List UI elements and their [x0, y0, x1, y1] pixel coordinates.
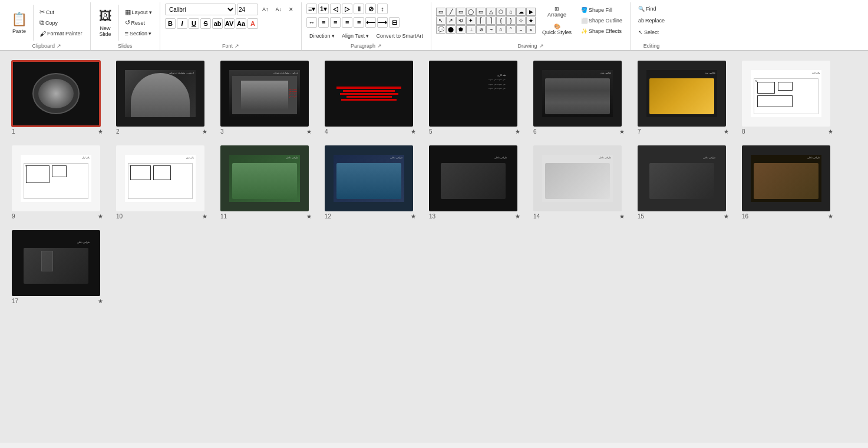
- shape-btn[interactable]: ☁: [516, 8, 526, 16]
- increase-indent-button[interactable]: ▷: [342, 4, 352, 14]
- shape-btn[interactable]: {: [496, 16, 506, 25]
- slide-item[interactable]: پلان دومN↑10★: [116, 145, 207, 220]
- convert-smartart-btn[interactable]: Convert to SmartArt: [373, 31, 426, 41]
- shape-btn[interactable]: ▭: [476, 8, 486, 16]
- slide-item[interactable]: 1★: [12, 61, 103, 135]
- slide-item[interactable]: طراحی داخلی13★: [429, 145, 520, 220]
- text-direction-btn[interactable]: ↔: [306, 17, 317, 28]
- slide-item[interactable]: طراحی داخلی14★: [533, 145, 625, 220]
- shape-btn[interactable]: ⌂: [496, 25, 506, 34]
- shape-btn[interactable]: 💬: [436, 25, 445, 34]
- columns-button[interactable]: ⫴: [354, 4, 364, 14]
- shape-btn[interactable]: ◯: [466, 8, 476, 16]
- italic-button[interactable]: I: [177, 18, 187, 29]
- font-increase-button[interactable]: A↑: [259, 5, 272, 15]
- clear-format-button[interactable]: ✕: [286, 5, 296, 15]
- shape-effects-button[interactable]: ✨ Shape Effects: [578, 26, 625, 36]
- slide-thumbnail[interactable]: طراحی داخلی: [742, 145, 830, 211]
- font-color-button[interactable]: A: [247, 18, 258, 29]
- shape-outline-button[interactable]: ⬜ Shape Outline: [578, 16, 625, 26]
- cut-button[interactable]: ✂ Cut: [37, 7, 85, 17]
- shape-btn[interactable]: ▭: [436, 8, 445, 16]
- shape-btn[interactable]: ⬤: [446, 25, 456, 34]
- line-spacing-button[interactable]: ↕: [377, 4, 388, 14]
- slide-thumbnail[interactable]: طراحی داخلی: [638, 145, 726, 211]
- shape-btn[interactable]: ⟂: [466, 25, 476, 34]
- slide-item[interactable]: عکاسی ثبت6★: [533, 61, 625, 135]
- new-slide-button[interactable]: 🖼 NewSlide: [95, 6, 115, 39]
- align-center-button[interactable]: ≡: [330, 17, 341, 28]
- shape-fill-button[interactable]: 🪣 Shape Fill: [578, 5, 625, 15]
- slide-thumbnail[interactable]: طراحی داخلی: [220, 145, 309, 211]
- clipboard-expand-icon[interactable]: ↗: [57, 43, 61, 49]
- slide-item[interactable]: طراحی داخلی11★: [220, 145, 312, 220]
- slide-thumbnail[interactable]: ارزیابی - معماری در سخن: [116, 61, 204, 127]
- text-direction-menu[interactable]: Direction ▾: [306, 31, 338, 41]
- slide-thumbnail[interactable]: عکاسی ثبت: [533, 61, 622, 127]
- slide-item[interactable]: ارزیابی - معماری در سخننمونه متننمونه مت…: [220, 61, 312, 135]
- shape-btn[interactable]: ▶: [526, 8, 536, 16]
- slide-thumbnail[interactable]: ارزیابی - معماری در سخننمونه متننمونه مت…: [220, 61, 309, 127]
- paste-button[interactable]: 📋 Paste: [8, 6, 30, 39]
- slide-thumbnail[interactable]: پلان دومN↑: [116, 145, 204, 211]
- shape-btn[interactable]: ⎤: [486, 16, 496, 25]
- slide-thumbnail[interactable]: طراحی داخلی: [325, 145, 413, 211]
- slide-item[interactable]: ارزیابی - معماری در سخن2★: [116, 61, 207, 135]
- decrease-indent-button[interactable]: ◁: [330, 4, 341, 14]
- shape-btn[interactable]: ⎡: [476, 16, 486, 25]
- font-case-button[interactable]: Aa: [236, 18, 246, 29]
- format-painter-button[interactable]: 🖌 Format Painter: [37, 28, 85, 38]
- shape-btn[interactable]: ⌃: [506, 25, 516, 34]
- slide-item[interactable]: عکاسی ثبت7★: [638, 61, 729, 135]
- quick-styles-button[interactable]: 🎨 Quick Styles: [539, 21, 575, 38]
- underline-button[interactable]: U: [189, 18, 199, 29]
- arrange-button[interactable]: ⊞ Arrange: [539, 4, 575, 20]
- font-name-select[interactable]: Calibri: [165, 4, 236, 15]
- slide-thumbnail[interactable]: پیله کاریمتن نمونه متن نمونهمتن نمونه مت…: [429, 61, 517, 127]
- slide-item[interactable]: طراحی داخلی17★: [12, 230, 103, 304]
- shape-btn[interactable]: ⌁: [486, 25, 496, 34]
- shape-btn[interactable]: ╱: [446, 8, 456, 16]
- shape-btn[interactable]: ✦: [466, 16, 476, 25]
- section-button[interactable]: ≡ Section ▾: [122, 28, 156, 38]
- slide-item[interactable]: پیله کاریمتن نمونه متن نمونهمتن نمونه مت…: [429, 61, 520, 135]
- slide-thumbnail[interactable]: پلان اولN↑: [12, 145, 100, 211]
- reset-button[interactable]: ↺ Reset: [122, 18, 156, 28]
- slide-item[interactable]: طراحی داخلی12★: [325, 145, 416, 220]
- text-shadow-button[interactable]: ab: [212, 18, 223, 29]
- numbering-button[interactable]: 1▾: [318, 4, 329, 14]
- shape-btn[interactable]: ▭: [456, 8, 466, 16]
- text-direction-button[interactable]: ⊘: [365, 4, 376, 14]
- align-left-button[interactable]: ≡: [318, 17, 329, 28]
- layout-button[interactable]: ▦ Layout ▾: [122, 7, 156, 17]
- shape-btn[interactable]: ⬟: [456, 25, 466, 34]
- slide-item[interactable]: 4★: [325, 61, 416, 135]
- copy-button[interactable]: ⧉ Copy: [37, 18, 85, 28]
- shape-btn[interactable]: ★: [526, 16, 536, 25]
- slide-item[interactable]: پلان اولN↑9★: [12, 145, 103, 220]
- font-expand-icon[interactable]: ↗: [235, 43, 239, 49]
- slide-thumbnail[interactable]: طراحی داخلی: [533, 145, 622, 211]
- replace-button[interactable]: ab Replace: [635, 15, 668, 25]
- slide-thumbnail[interactable]: پلان خانهN↑: [742, 61, 830, 127]
- align-right-button[interactable]: ≡: [342, 17, 352, 28]
- strikethrough-button[interactable]: S: [200, 18, 211, 29]
- shape-btn[interactable]: ⌄: [516, 25, 526, 34]
- shape-btn[interactable]: }: [506, 16, 516, 25]
- shape-btn[interactable]: ↗: [446, 16, 456, 25]
- slide-thumbnail[interactable]: [325, 61, 413, 127]
- font-decrease-button[interactable]: A↓: [273, 5, 285, 15]
- ltr-button[interactable]: ⟶: [377, 17, 388, 28]
- shape-btn[interactable]: ⟲: [456, 16, 466, 25]
- slide-item[interactable]: طراحی داخلی16★: [742, 145, 833, 220]
- bold-button[interactable]: B: [165, 18, 176, 29]
- shape-btn[interactable]: ⬡: [496, 8, 506, 16]
- shape-btn[interactable]: ↖: [436, 16, 445, 25]
- rtl-button[interactable]: ⟵: [365, 17, 376, 28]
- shape-btn[interactable]: △: [486, 8, 496, 16]
- slide-item[interactable]: طراحی داخلی15★: [638, 145, 729, 220]
- slide-thumbnail[interactable]: [12, 61, 100, 127]
- shape-btn[interactable]: ☆: [516, 16, 526, 25]
- shape-btn[interactable]: ⌂: [506, 8, 516, 16]
- bullets-button[interactable]: ≡▾: [306, 4, 317, 14]
